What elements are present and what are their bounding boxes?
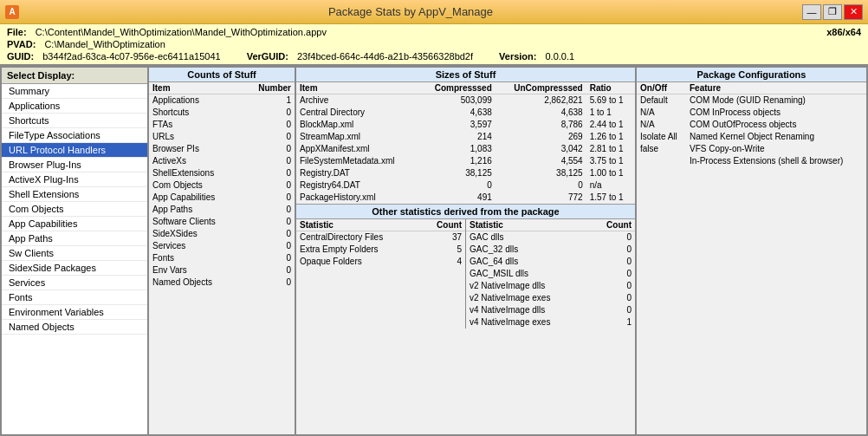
table-row: N/ACOM OutOfProcess objects xyxy=(637,119,866,131)
config-feature: In-Process Extensions (shell & browser) xyxy=(686,155,866,167)
sidebar-item-env-vars[interactable]: Environment Variables xyxy=(2,305,147,320)
table-row: Com Objects0 xyxy=(149,179,295,192)
sidebar: Select Display: Summary Applications Sho… xyxy=(2,68,149,434)
table-row: N/ACOM InProcess objects xyxy=(637,107,866,119)
sidebar-item-services[interactable]: Services xyxy=(2,276,147,290)
counts-item: URLs xyxy=(149,131,242,143)
sizes-col-item: Item xyxy=(296,82,418,94)
table-row: GAC_MSIL dlls0 xyxy=(466,268,635,280)
table-row: CentralDirectory Files37 xyxy=(296,231,465,244)
main-window: A Package Stats by AppV_Manage — ❐ ✕ Fil… xyxy=(0,0,868,436)
stat-count: 0 xyxy=(590,280,635,292)
guid-label: GUID: xyxy=(7,51,34,62)
sidebar-item-filetype[interactable]: FileType Associations xyxy=(2,128,147,143)
stat-name: GAC_32 dlls xyxy=(466,244,590,256)
stat-count: 0 xyxy=(590,256,635,268)
file-value: C:\Content\Mandel_WithOptimization\Mande… xyxy=(36,27,327,37)
version-label: Version: xyxy=(499,51,536,62)
sizes-uncompressed: 2,862,821 xyxy=(496,94,586,107)
sizes-ratio: 1.26 to 1 xyxy=(586,131,635,143)
counts-table: Item Number Applications1Shortcuts0FTAs0… xyxy=(149,82,295,289)
sizes-uncompressed: 38,125 xyxy=(496,167,586,179)
counts-number: 0 xyxy=(242,131,295,143)
table-row: DefaultCOM Mode (GUID Renaming) xyxy=(637,94,866,107)
sidebar-item-sidexside[interactable]: SidexSide Packages xyxy=(2,261,147,276)
minimize-button[interactable]: — xyxy=(802,4,821,20)
sidebar-item-summary[interactable]: Summary xyxy=(2,84,147,99)
table-row: Shortcuts0 xyxy=(149,107,295,119)
stat-count: 0 xyxy=(590,304,635,316)
counts-number: 0 xyxy=(242,240,295,252)
counts-item: ActiveXs xyxy=(149,155,242,167)
stat-name: GAC dlls xyxy=(466,231,590,244)
sizes-item: Archive xyxy=(296,94,418,107)
sidebar-item-sw-clients[interactable]: Sw Clients xyxy=(2,246,147,261)
counts-item: Com Objects xyxy=(149,179,242,192)
bottom-stats: Statistic Count CentralDirectory Files37… xyxy=(296,219,635,329)
sidebar-item-browser-plugins[interactable]: Browser Plug-Ins xyxy=(2,158,147,172)
sidebar-item-named-objects[interactable]: Named Objects xyxy=(2,320,147,335)
sizes-compressed: 1,083 xyxy=(418,143,496,155)
counts-number: 1 xyxy=(242,94,295,107)
stats-right: Statistic Count GAC dlls0GAC_32 dlls0GAC… xyxy=(466,219,635,329)
stat-name: Extra Empty Folders xyxy=(296,244,421,256)
window-title: Package Stats by AppV_Manage xyxy=(19,5,802,18)
config-header: Package Configurations xyxy=(637,68,866,82)
config-onoff: Isolate All xyxy=(637,131,686,143)
config-onoff: Default xyxy=(637,94,686,107)
sidebar-item-shortcuts[interactable]: Shortcuts xyxy=(2,114,147,128)
restore-button[interactable]: ❐ xyxy=(823,4,842,20)
counts-item: Fonts xyxy=(149,252,242,264)
sizes-uncompressed: 4,638 xyxy=(496,107,586,119)
counts-number: 0 xyxy=(242,143,295,155)
other-stats-header: Other statistics derived from the packag… xyxy=(296,204,635,219)
stats-left-col1: Statistic xyxy=(296,219,421,231)
table-row: v2 NativeImage dlls0 xyxy=(466,280,635,292)
sidebar-item-app-paths[interactable]: App Paths xyxy=(2,231,147,246)
sizes-uncompressed: 4,554 xyxy=(496,155,586,167)
table-row: ActiveXs0 xyxy=(149,155,295,167)
sizes-uncompressed: 0 xyxy=(496,179,586,192)
table-row: v2 NativeImage exes0 xyxy=(466,292,635,304)
sizes-compressed: 1,216 xyxy=(418,155,496,167)
counts-item: App Capabilities xyxy=(149,192,242,204)
table-row: Opaque Folders4 xyxy=(296,256,465,268)
table-row: Software Clients0 xyxy=(149,216,295,228)
sidebar-item-activex[interactable]: ActiveX Plug-Ins xyxy=(2,172,147,187)
table-row: Named Objects0 xyxy=(149,277,295,289)
config-feature: COM InProcess objects xyxy=(686,107,866,119)
sizes-item: Registry64.DAT xyxy=(296,179,418,192)
stat-count: 4 xyxy=(421,256,465,268)
sidebar-item-applications[interactable]: Applications xyxy=(2,99,147,114)
sidebar-item-com-objects[interactable]: Com Objects xyxy=(2,202,147,217)
table-row: FileSystemMetadata.xml1,2164,5543.75 to … xyxy=(296,155,635,167)
table-row: Archive503,0992,862,8215.69 to 1 xyxy=(296,94,635,107)
sidebar-item-fonts[interactable]: Fonts xyxy=(2,290,147,305)
sizes-compressed: 214 xyxy=(418,131,496,143)
top-panels: Counts of Stuff Item Number Applications… xyxy=(149,68,866,434)
stats-right-table: Statistic Count GAC dlls0GAC_32 dlls0GAC… xyxy=(466,219,635,329)
sizes-ratio: 1.00 to 1 xyxy=(586,167,635,179)
sizes-ratio: 2.81 to 1 xyxy=(586,143,635,155)
sizes-uncompressed: 269 xyxy=(496,131,586,143)
sizes-compressed: 4,638 xyxy=(418,107,496,119)
counts-col-item: Item xyxy=(149,82,242,94)
sidebar-item-url-protocol[interactable]: URL Protocol Handlers xyxy=(2,143,147,158)
guid-value: b344f2ad-63ca-4c07-956e-ec6411a15041 xyxy=(42,51,221,62)
sidebar-item-app-capabilities[interactable]: App Capabilities xyxy=(2,217,147,231)
config-feature: COM Mode (GUID Renaming) xyxy=(686,94,866,107)
counts-header: Counts of Stuff xyxy=(149,68,295,82)
table-row: URLs0 xyxy=(149,131,295,143)
close-button[interactable]: ✕ xyxy=(844,4,863,20)
counts-number: 0 xyxy=(242,204,295,216)
stat-count: 0 xyxy=(590,268,635,280)
table-row: Fonts0 xyxy=(149,252,295,264)
table-row: ShellExtensions0 xyxy=(149,167,295,179)
config-feature: COM OutOfProcess objects xyxy=(686,119,866,131)
config-onoff: N/A xyxy=(637,119,686,131)
sizes-uncompressed: 8,786 xyxy=(496,119,586,131)
counts-number: 0 xyxy=(242,192,295,204)
sidebar-item-shell-ext[interactable]: Shell Extensions xyxy=(2,187,147,202)
config-onoff: false xyxy=(637,143,686,155)
counts-item: SideXSides xyxy=(149,228,242,240)
